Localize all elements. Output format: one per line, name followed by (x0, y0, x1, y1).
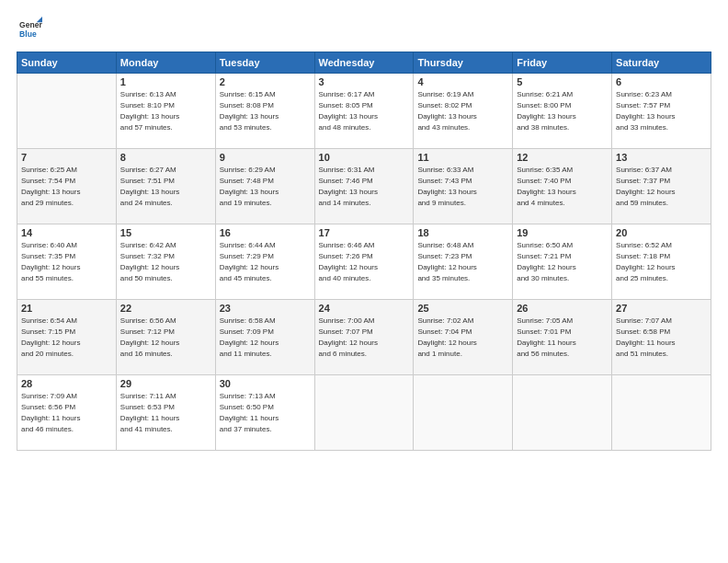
day-info: Sunrise: 6:40 AM Sunset: 7:35 PM Dayligh… (21, 240, 112, 284)
day-info: Sunrise: 6:52 AM Sunset: 7:18 PM Dayligh… (616, 240, 707, 284)
day-number: 28 (21, 378, 112, 389)
day-number: 9 (220, 152, 311, 163)
day-cell: 13Sunrise: 6:37 AM Sunset: 7:37 PM Dayli… (612, 149, 711, 224)
day-number: 30 (220, 378, 311, 389)
col-header-thursday: Thursday (414, 52, 513, 74)
day-cell (314, 375, 414, 451)
day-number: 20 (616, 227, 707, 238)
day-cell: 11Sunrise: 6:33 AM Sunset: 7:43 PM Dayli… (414, 149, 513, 224)
day-cell: 4Sunrise: 6:19 AM Sunset: 8:02 PM Daylig… (414, 74, 513, 149)
day-cell: 5Sunrise: 6:21 AM Sunset: 8:00 PM Daylig… (513, 74, 612, 149)
day-cell: 2Sunrise: 6:15 AM Sunset: 8:08 PM Daylig… (215, 74, 314, 149)
day-info: Sunrise: 6:56 AM Sunset: 7:12 PM Dayligh… (120, 316, 211, 360)
day-number: 1 (120, 76, 211, 87)
day-number: 5 (517, 76, 608, 87)
day-number: 3 (319, 76, 410, 87)
day-number: 10 (319, 152, 410, 163)
day-cell: 28Sunrise: 7:09 AM Sunset: 6:56 PM Dayli… (17, 375, 117, 451)
day-cell (612, 375, 711, 451)
day-number: 21 (21, 303, 112, 314)
day-info: Sunrise: 7:11 AM Sunset: 6:53 PM Dayligh… (120, 391, 211, 435)
day-cell: 17Sunrise: 6:46 AM Sunset: 7:26 PM Dayli… (314, 224, 414, 300)
day-number: 22 (120, 303, 211, 314)
day-number: 18 (417, 227, 508, 238)
day-cell: 19Sunrise: 6:50 AM Sunset: 7:21 PM Dayli… (513, 224, 612, 300)
day-cell: 6Sunrise: 6:23 AM Sunset: 7:57 PM Daylig… (612, 74, 711, 149)
logo: General Blue (17, 17, 42, 42)
day-number: 4 (417, 76, 508, 87)
day-cell: 1Sunrise: 6:13 AM Sunset: 8:10 PM Daylig… (116, 74, 215, 149)
day-info: Sunrise: 6:58 AM Sunset: 7:09 PM Dayligh… (220, 316, 311, 360)
day-info: Sunrise: 7:13 AM Sunset: 6:50 PM Dayligh… (220, 391, 311, 435)
day-number: 15 (120, 227, 211, 238)
day-info: Sunrise: 6:35 AM Sunset: 7:40 PM Dayligh… (517, 165, 608, 209)
svg-text:Blue: Blue (19, 29, 37, 39)
day-info: Sunrise: 7:07 AM Sunset: 6:58 PM Dayligh… (616, 316, 707, 360)
day-number: 11 (417, 152, 508, 163)
day-cell: 3Sunrise: 6:17 AM Sunset: 8:05 PM Daylig… (314, 74, 414, 149)
day-info: Sunrise: 6:13 AM Sunset: 8:10 PM Dayligh… (120, 89, 211, 133)
header-row: SundayMondayTuesdayWednesdayThursdayFrid… (17, 52, 711, 74)
header: General Blue (17, 17, 711, 42)
day-info: Sunrise: 6:33 AM Sunset: 7:43 PM Dayligh… (417, 165, 508, 209)
day-cell: 29Sunrise: 7:11 AM Sunset: 6:53 PM Dayli… (116, 375, 215, 451)
day-number: 23 (220, 303, 311, 314)
day-number: 27 (616, 303, 707, 314)
day-cell: 9Sunrise: 6:29 AM Sunset: 7:48 PM Daylig… (215, 149, 314, 224)
day-cell: 12Sunrise: 6:35 AM Sunset: 7:40 PM Dayli… (513, 149, 612, 224)
day-number: 19 (517, 227, 608, 238)
day-cell: 8Sunrise: 6:27 AM Sunset: 7:51 PM Daylig… (116, 149, 215, 224)
day-cell: 18Sunrise: 6:48 AM Sunset: 7:23 PM Dayli… (414, 224, 513, 300)
col-header-wednesday: Wednesday (314, 52, 414, 74)
day-number: 25 (417, 303, 508, 314)
day-number: 7 (21, 152, 112, 163)
week-row-3: 14Sunrise: 6:40 AM Sunset: 7:35 PM Dayli… (17, 224, 711, 300)
day-info: Sunrise: 6:50 AM Sunset: 7:21 PM Dayligh… (517, 240, 608, 284)
day-info: Sunrise: 6:42 AM Sunset: 7:32 PM Dayligh… (120, 240, 211, 284)
day-number: 17 (319, 227, 410, 238)
day-number: 12 (517, 152, 608, 163)
day-info: Sunrise: 6:19 AM Sunset: 8:02 PM Dayligh… (417, 89, 508, 133)
day-number: 16 (220, 227, 311, 238)
week-row-5: 28Sunrise: 7:09 AM Sunset: 6:56 PM Dayli… (17, 375, 711, 451)
day-cell: 16Sunrise: 6:44 AM Sunset: 7:29 PM Dayli… (215, 224, 314, 300)
day-number: 14 (21, 227, 112, 238)
day-info: Sunrise: 6:29 AM Sunset: 7:48 PM Dayligh… (220, 165, 311, 209)
day-cell: 27Sunrise: 7:07 AM Sunset: 6:58 PM Dayli… (612, 300, 711, 375)
day-info: Sunrise: 6:21 AM Sunset: 8:00 PM Dayligh… (517, 89, 608, 133)
day-info: Sunrise: 6:23 AM Sunset: 7:57 PM Dayligh… (616, 89, 707, 133)
day-cell: 26Sunrise: 7:05 AM Sunset: 7:01 PM Dayli… (513, 300, 612, 375)
day-info: Sunrise: 6:31 AM Sunset: 7:46 PM Dayligh… (319, 165, 410, 209)
day-info: Sunrise: 6:54 AM Sunset: 7:15 PM Dayligh… (21, 316, 112, 360)
calendar-table: SundayMondayTuesdayWednesdayThursdayFrid… (17, 52, 711, 451)
col-header-monday: Monday (116, 52, 215, 74)
day-cell: 23Sunrise: 6:58 AM Sunset: 7:09 PM Dayli… (215, 300, 314, 375)
col-header-tuesday: Tuesday (215, 52, 314, 74)
day-cell: 7Sunrise: 6:25 AM Sunset: 7:54 PM Daylig… (17, 149, 117, 224)
day-info: Sunrise: 7:00 AM Sunset: 7:07 PM Dayligh… (319, 316, 410, 360)
day-number: 2 (220, 76, 311, 87)
day-cell: 22Sunrise: 6:56 AM Sunset: 7:12 PM Dayli… (116, 300, 215, 375)
col-header-saturday: Saturday (612, 52, 711, 74)
day-info: Sunrise: 7:05 AM Sunset: 7:01 PM Dayligh… (517, 316, 608, 360)
col-header-friday: Friday (513, 52, 612, 74)
day-info: Sunrise: 6:37 AM Sunset: 7:37 PM Dayligh… (616, 165, 707, 209)
day-info: Sunrise: 6:44 AM Sunset: 7:29 PM Dayligh… (220, 240, 311, 284)
day-cell (513, 375, 612, 451)
day-number: 13 (616, 152, 707, 163)
day-cell: 21Sunrise: 6:54 AM Sunset: 7:15 PM Dayli… (17, 300, 117, 375)
day-info: Sunrise: 6:25 AM Sunset: 7:54 PM Dayligh… (21, 165, 112, 209)
week-row-1: 1Sunrise: 6:13 AM Sunset: 8:10 PM Daylig… (17, 74, 711, 149)
day-number: 26 (517, 303, 608, 314)
day-info: Sunrise: 6:27 AM Sunset: 7:51 PM Dayligh… (120, 165, 211, 209)
day-cell: 14Sunrise: 6:40 AM Sunset: 7:35 PM Dayli… (17, 224, 117, 300)
day-cell: 15Sunrise: 6:42 AM Sunset: 7:32 PM Dayli… (116, 224, 215, 300)
day-cell: 20Sunrise: 6:52 AM Sunset: 7:18 PM Dayli… (612, 224, 711, 300)
day-info: Sunrise: 6:46 AM Sunset: 7:26 PM Dayligh… (319, 240, 410, 284)
page: General Blue SundayMondayTuesdayWednesda… (0, 0, 728, 563)
day-info: Sunrise: 7:09 AM Sunset: 6:56 PM Dayligh… (21, 391, 112, 435)
day-info: Sunrise: 6:17 AM Sunset: 8:05 PM Dayligh… (319, 89, 410, 133)
col-header-sunday: Sunday (17, 52, 117, 74)
day-info: Sunrise: 6:15 AM Sunset: 8:08 PM Dayligh… (220, 89, 311, 133)
day-number: 8 (120, 152, 211, 163)
